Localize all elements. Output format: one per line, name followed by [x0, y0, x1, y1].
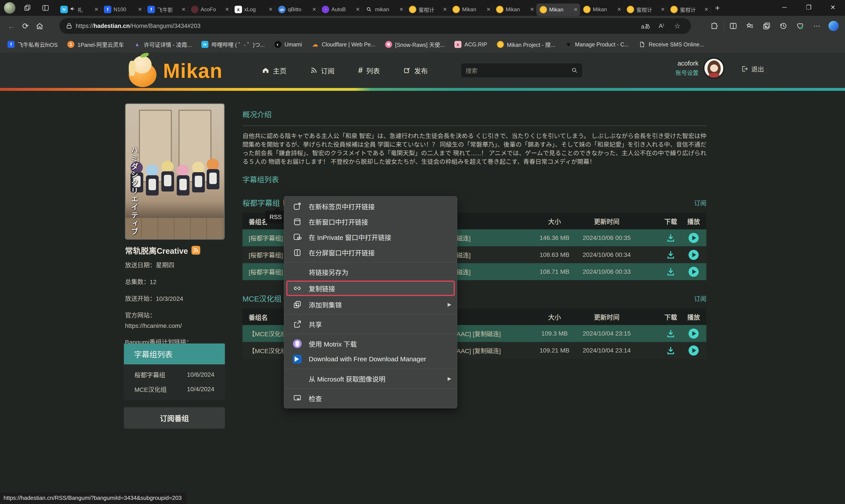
episode-title-fragment[interactable]: 磁连] — [457, 263, 471, 280]
tab-close-icon[interactable]: ✕ — [225, 6, 229, 13]
group-name[interactable]: 桜都字幕组 — [135, 370, 165, 379]
restore-button[interactable]: ❐ — [797, 0, 821, 15]
minimize-button[interactable]: ─ — [772, 0, 797, 15]
browser-tab[interactable]: mikan✕ — [362, 3, 406, 16]
play-icon[interactable] — [685, 263, 702, 280]
tab-close-icon[interactable]: ✕ — [138, 6, 142, 13]
episode-title[interactable]: [桜都字幕组] 2 — [249, 263, 288, 280]
bookmark-item[interactable]: ☁Cloudflare | Web Pe... — [312, 41, 375, 48]
menu-item[interactable]: Download with Free Download Manager — [284, 352, 457, 367]
tab-actions-icon[interactable] — [21, 2, 33, 14]
menu-item[interactable]: 将链接另存为 — [284, 264, 457, 280]
menu-item[interactable]: 在新窗口中打开链接 — [284, 214, 457, 229]
browser-tab[interactable]: AcoFo✕ — [188, 3, 231, 16]
browser-profile-avatar[interactable] — [4, 2, 15, 14]
nav-item-home[interactable]: 主页 — [262, 66, 286, 75]
close-button[interactable]: ✕ — [821, 0, 845, 15]
nav-item-hash[interactable]: #列表 — [358, 66, 380, 75]
browser-tab[interactable]: xxLog✕ — [231, 3, 275, 16]
menu-item[interactable]: 使用 Motrix 下载 — [284, 336, 457, 352]
tab-close-icon[interactable]: ✕ — [530, 6, 534, 13]
new-tab-button[interactable]: + — [711, 2, 724, 14]
tab-close-icon[interactable]: ✕ — [704, 6, 708, 13]
search-icon[interactable] — [571, 67, 578, 74]
tab-close-icon[interactable]: ✕ — [94, 6, 99, 13]
tab-close-icon[interactable]: ✕ — [399, 6, 404, 13]
browser-essentials-icon[interactable] — [792, 19, 808, 33]
browser-tab[interactable]: 蜜柑计✕ — [623, 3, 667, 16]
extensions-icon[interactable] — [706, 19, 723, 33]
sidebar-group-row[interactable]: 桜都字幕组10/6/2024 — [124, 367, 225, 382]
download-icon[interactable] — [662, 342, 680, 359]
play-icon[interactable] — [685, 325, 702, 342]
bookmark-item[interactable]: ▲许可证详情 - 凌霞... — [134, 40, 192, 48]
browser-tab[interactable]: f飞牛影✕ — [144, 3, 188, 16]
bookmark-item[interactable]: f飞牛私有云fnOS — [7, 40, 58, 48]
subscribe-bangumi-button[interactable]: 订阅番组 — [124, 407, 225, 429]
download-icon[interactable] — [662, 229, 680, 246]
tab-close-icon[interactable]: ✕ — [574, 6, 578, 13]
episode-title-fragment[interactable]: 磁连] — [457, 229, 471, 246]
subscribe-link[interactable]: 订阅 — [694, 294, 706, 303]
tab-close-icon[interactable]: ✕ — [486, 6, 491, 13]
tab-close-icon[interactable]: ✕ — [181, 6, 186, 13]
rss-icon[interactable] — [191, 246, 200, 255]
browser-tab[interactable]: 蜜柑计✕ — [406, 3, 450, 16]
split-screen-icon[interactable] — [725, 19, 742, 33]
nav-item-rss[interactable]: 订阅 — [310, 66, 334, 75]
tab-close-icon[interactable]: ✕ — [661, 6, 665, 13]
bookmark-item[interactable]: ❄[Snow-Raws] 天使... — [385, 40, 445, 48]
browser-tab[interactable]: tv礼✕ — [57, 3, 101, 16]
browser-tab[interactable]: ◔AutoB✕ — [319, 3, 362, 16]
bangumi-info-line[interactable]: https://hcanime.com/ — [125, 322, 226, 329]
browser-tab[interactable]: Mikan✕ — [536, 3, 580, 16]
download-icon[interactable] — [662, 246, 680, 263]
episode-title[interactable]: [桜都字幕组] 2 — [249, 246, 288, 263]
browser-tab[interactable]: Mikan✕ — [450, 3, 493, 16]
menu-item[interactable]: 在 InPrivate 窗口中打开链接 — [284, 229, 457, 245]
favorite-star-icon[interactable]: ☆ — [669, 19, 685, 33]
browser-tab[interactable]: Mikan✕ — [580, 3, 623, 16]
tab-audio-icon[interactable] — [70, 6, 76, 13]
browser-tab[interactable]: qbqBitto✕ — [275, 3, 319, 16]
subscribe-link[interactable]: 订阅 — [694, 198, 706, 207]
menu-item[interactable]: 添加到集锦▶ — [284, 297, 457, 312]
group-name[interactable]: MCE汉化组 — [135, 385, 166, 394]
download-icon[interactable] — [662, 263, 680, 280]
menu-item[interactable]: 共享 — [284, 317, 457, 332]
episode-title-fragment[interactable]: AAC] [复制磁连] — [457, 342, 501, 359]
history-icon[interactable] — [775, 19, 792, 33]
nav-item-publish[interactable]: 发布 — [404, 66, 428, 75]
copilot-icon[interactable] — [825, 19, 842, 33]
browser-tab[interactable]: 蜜柑计✕ — [667, 3, 711, 16]
logout-button[interactable]: 退出 — [741, 64, 764, 73]
tab-close-icon[interactable]: ✕ — [617, 6, 621, 13]
play-icon[interactable] — [685, 246, 702, 263]
read-aloud-icon[interactable]: A⁾ — [654, 19, 669, 33]
collections-icon[interactable] — [758, 19, 775, 33]
settings-more-icon[interactable]: ⋯ — [808, 19, 825, 33]
tab-close-icon[interactable]: ✕ — [443, 6, 447, 13]
play-icon[interactable] — [685, 342, 702, 359]
back-icon[interactable]: ← — [4, 19, 18, 33]
browser-tab[interactable]: fN100✕ — [101, 3, 144, 16]
bookmark-item[interactable]: 11Panel-阿里云灵车 — [67, 40, 124, 48]
tab-close-icon[interactable]: ✕ — [312, 6, 316, 13]
episode-title-fragment[interactable]: 磁连] — [457, 246, 471, 263]
account-settings-link[interactable]: 账号设置 — [675, 68, 699, 76]
menu-item[interactable]: 复制链接 — [286, 281, 455, 296]
bookmark-item[interactable]: Manage Product - C... — [565, 41, 629, 48]
browser-tab[interactable]: Mikan✕ — [493, 3, 536, 16]
anime-poster[interactable]: ハミダシクリエイティブ — [125, 103, 225, 240]
play-icon[interactable] — [685, 229, 702, 246]
episode-title[interactable]: 【MCE汉化组 — [249, 342, 287, 359]
tab-close-icon[interactable]: ✕ — [268, 6, 273, 13]
episode-title-fragment[interactable]: AAC] [复制磁连] — [457, 325, 501, 342]
address-bar[interactable]: https://hadestian.cn/Home/Bangumi/3434#2… — [59, 18, 691, 34]
menu-item[interactable]: 从 Microsoft 获取图像说明▶ — [284, 371, 457, 386]
bookmark-item[interactable]: ᴥACG.RIP — [454, 41, 487, 48]
user-avatar[interactable] — [703, 58, 724, 79]
bookmark-item[interactable]: Receive SMS Online... — [638, 41, 704, 48]
favorites-icon[interactable] — [742, 19, 758, 33]
download-icon[interactable] — [662, 325, 680, 342]
